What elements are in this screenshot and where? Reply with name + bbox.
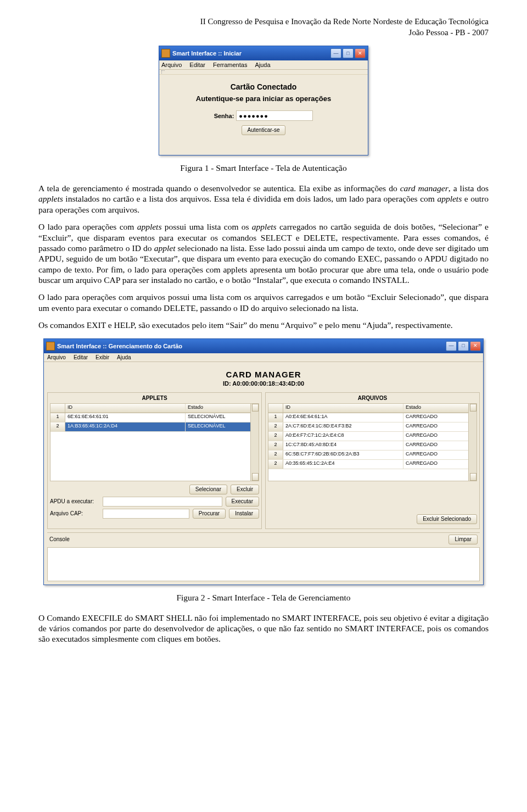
table-row[interactable]: 2 1C:C7:8D:45:A0:8D:E4 CARREGADO <box>268 441 468 451</box>
card-manager-title: CARD MANAGER <box>47 370 480 379</box>
table-row[interactable]: 2 2A:C7:6D:E4:1C:8D:E4:F3:B2 CARREGADO <box>268 422 468 432</box>
auth-heading-2: Autentique-se para iniciar as operações <box>166 94 361 103</box>
col-estado: Estado <box>403 404 468 413</box>
conference-header: II Congresso de Pesquisa e Inovação da R… <box>38 16 489 38</box>
paragraph-1: A tela de gerenciamento é mostrada quand… <box>38 183 489 215</box>
applets-panel: APPLETS ID Estado 1 6E:61:6E:6 <box>47 392 262 529</box>
arquivos-panel-title: ARQUIVOS <box>268 395 477 401</box>
auth-window-title: Smart Interface :: Iniciar <box>172 50 330 57</box>
applets-grid[interactable]: ID Estado 1 6E:61:6E:64:61:01 SELECIONÁV… <box>50 403 259 481</box>
menu-editar[interactable]: Editar <box>74 354 88 360</box>
close-button[interactable]: ✕ <box>470 341 481 351</box>
col-id: ID <box>283 404 403 413</box>
auth-menubar: Arquivo Editar Ferramentas Ajuda <box>159 60 368 70</box>
auth-heading-1: Cartão Conectado <box>166 82 361 91</box>
maximize-button[interactable]: □ <box>343 48 354 58</box>
menu-exibir[interactable]: Exibir <box>96 354 109 360</box>
table-row[interactable]: 2 A0:35:65:45:1C:2A:E4 CARREGADO <box>268 460 468 469</box>
col-id: ID <box>65 404 186 413</box>
conf-line2: João Pessoa - PB - 2007 <box>38 27 489 38</box>
maximize-button[interactable]: □ <box>458 341 469 351</box>
figure1-caption: Figura 1 - Smart Interface - Tela de Aut… <box>38 163 489 173</box>
console-output <box>47 547 480 581</box>
arquivos-panel: ARQUIVOS ID Estado 1 A0:E4:6E: <box>265 392 480 529</box>
paragraph-2: O lado para operações com applets possui… <box>38 221 489 285</box>
password-label: Senha: <box>214 113 234 119</box>
auth-titlebar: Smart Interface :: Iniciar — □ ✕ <box>159 46 368 60</box>
cap-input[interactable] <box>103 509 189 519</box>
minimize-button[interactable]: — <box>330 48 341 58</box>
procurar-button[interactable]: Procurar <box>193 509 226 519</box>
menu-arquivo[interactable]: Arquivo <box>47 354 66 360</box>
authenticate-button[interactable]: Autenticar-se <box>242 125 286 135</box>
menu-editar[interactable]: Editar <box>189 62 205 68</box>
cap-label: Arquivo CAP: <box>50 510 99 516</box>
col-estado: Estado <box>186 404 250 413</box>
paragraph-3: O lado para operações com arquivos possu… <box>38 292 489 313</box>
table-row[interactable]: 2 1A:B3:65:45:1C:2A:D4 SELECIONÁVEL <box>51 422 250 432</box>
minimize-button[interactable]: — <box>446 341 457 351</box>
console-label: Console <box>49 536 70 542</box>
menu-ajuda[interactable]: Ajuda <box>117 354 131 360</box>
menu-ferramentas[interactable]: Ferramentas <box>213 62 247 68</box>
applets-panel-title: APPLETS <box>50 395 259 401</box>
excluir-button[interactable]: Excluir <box>231 485 259 494</box>
table-row[interactable]: 2 6C:5B:C7:F7:6D:2B:6D:D5:2A:B3 CARREGAD… <box>268 451 468 460</box>
table-row[interactable]: 1 A0:E4:6E:64:61:1A CARREGADO <box>268 413 468 422</box>
mgr-menubar: Arquivo Editar Exibir Ajuda <box>44 353 483 362</box>
table-row[interactable]: 1 6E:61:6E:64:61:01 SELECIONÁVEL <box>51 413 250 422</box>
mgr-titlebar: Smart Interface :: Gerenciamento do Cart… <box>44 339 483 353</box>
manager-window: Smart Interface :: Gerenciamento do Cart… <box>43 338 484 585</box>
password-input[interactable] <box>236 110 313 121</box>
paragraph-4: Os comandos EXIT e HELP, são executados … <box>38 320 489 330</box>
card-manager-id: ID: A0:00:00:00:18::43:4D:00 <box>47 380 480 387</box>
menu-arquivo[interactable]: Arquivo <box>161 62 182 68</box>
toolbar-grip <box>159 70 368 75</box>
menu-ajuda[interactable]: Ajuda <box>255 62 270 68</box>
selecionar-button[interactable]: Selecionar <box>189 485 227 494</box>
scrollbar[interactable] <box>468 404 476 481</box>
paragraph-final: O Comando EXECFILE do SMART SHELL não fo… <box>38 613 489 644</box>
table-row[interactable]: 2 A0:E4:F7:C7:1C:2A:E4:C8 CARREGADO <box>268 432 468 441</box>
executar-button[interactable]: Executar <box>226 497 259 507</box>
limpar-button[interactable]: Limpar <box>448 535 478 544</box>
col-num <box>268 404 283 413</box>
instalar-button[interactable]: Instalar <box>229 509 259 519</box>
conf-line1: II Congresso de Pesquisa e Inovação da R… <box>38 16 489 27</box>
close-button[interactable]: ✕ <box>355 48 366 58</box>
app-icon <box>161 49 170 58</box>
apdu-input[interactable] <box>103 497 222 507</box>
col-num <box>51 404 65 413</box>
auth-window: Smart Interface :: Iniciar — □ ✕ Arquivo… <box>159 46 368 155</box>
apdu-label: APDU a executar: <box>50 498 99 504</box>
excluir-selecionado-button[interactable]: Excluir Selecionado <box>417 514 477 524</box>
scrollbar[interactable] <box>250 404 259 481</box>
app-icon <box>46 342 55 351</box>
arquivos-grid[interactable]: ID Estado 1 A0:E4:6E:64:61:1A CARREGADO … <box>268 403 477 481</box>
mgr-window-title: Smart Interface :: Gerenciamento do Cart… <box>57 343 446 349</box>
figure2-caption: Figura 2 - Smart Interface - Tela de Ger… <box>38 593 489 603</box>
